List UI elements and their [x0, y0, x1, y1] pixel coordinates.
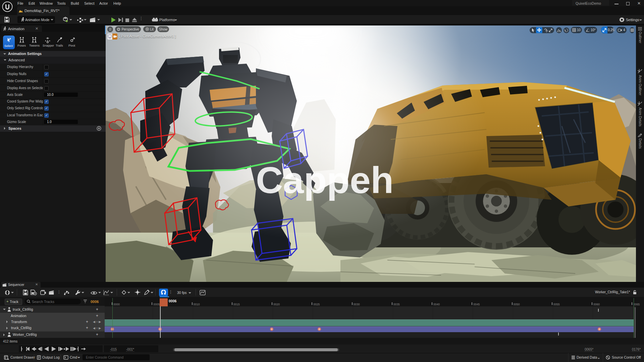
svg-text:Cappeh: Cappeh: [256, 159, 394, 201]
